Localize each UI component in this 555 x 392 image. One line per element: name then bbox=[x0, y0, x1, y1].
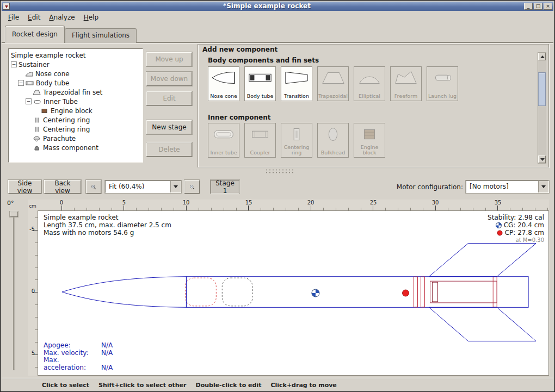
edit-button[interactable]: Edit bbox=[146, 91, 192, 105]
centering-ring-outline[interactable] bbox=[414, 277, 418, 307]
tree-item-centering-ring-1[interactable]: Centering ring bbox=[9, 115, 143, 125]
stage-1-toggle[interactable]: Stage 1 bbox=[211, 180, 239, 194]
inner-tube-icon bbox=[211, 126, 236, 142]
max-acceleration-row: Max. acceleration:N/A bbox=[44, 357, 113, 371]
scrollbar-thumb[interactable] bbox=[538, 72, 546, 106]
horizontal-ruler: 0 5 10 15 20 25 30 35 bbox=[38, 200, 549, 210]
inner-section-label: Inner component bbox=[208, 114, 270, 121]
add-trapezoidal-fin-button[interactable]: Trapezoidal bbox=[317, 66, 349, 101]
menu-help[interactable]: Help bbox=[79, 12, 103, 23]
tree-item-parachute[interactable]: Parachute bbox=[9, 134, 143, 143]
fin-top-outline[interactable] bbox=[429, 244, 536, 277]
add-body-tube-button[interactable]: Body tube bbox=[244, 66, 276, 101]
add-engine-block-button[interactable]: Engine block bbox=[354, 123, 385, 158]
engine-block-outline[interactable] bbox=[432, 282, 437, 302]
motor-configuration-select[interactable]: [No motors] bbox=[466, 181, 549, 193]
add-freeform-fin-button[interactable]: Freeform bbox=[390, 66, 422, 101]
tree-item-engine-block[interactable]: Engine block bbox=[9, 106, 143, 115]
component-scrollbar[interactable] bbox=[538, 52, 546, 164]
add-transition-button[interactable]: Transition bbox=[281, 66, 312, 101]
tree-item-body-tube[interactable]: − Body tube bbox=[9, 78, 143, 88]
add-bulkhead-button[interactable]: Bulkhead bbox=[317, 123, 349, 158]
chevron-down-icon[interactable] bbox=[170, 181, 181, 192]
parachute-outline[interactable] bbox=[185, 278, 216, 306]
mach-label: at M=0.30 bbox=[488, 237, 544, 244]
close-button[interactable]: × bbox=[544, 3, 552, 10]
tab-rocket-design[interactable]: Rocket design bbox=[5, 26, 65, 43]
menu-file[interactable]: File bbox=[4, 12, 23, 23]
inner-tube-outline[interactable] bbox=[430, 281, 497, 303]
engine-block-icon bbox=[40, 108, 48, 114]
freeform-fin-icon bbox=[393, 70, 418, 86]
body-section-label: Body components and fin sets bbox=[208, 57, 319, 64]
add-launch-lug-button[interactable]: Launch lug bbox=[427, 66, 458, 101]
tree-item-nose-cone[interactable]: Nose cone bbox=[9, 69, 143, 78]
nose-cone-outline[interactable] bbox=[62, 277, 187, 308]
rocket-canvas[interactable]: Simple example rocket Length 37.5 cm, ma… bbox=[38, 210, 549, 376]
back-view-button[interactable]: Back view bbox=[44, 180, 81, 194]
centering-ring-outline[interactable] bbox=[421, 277, 425, 307]
menu-analyze[interactable]: Analyze bbox=[45, 12, 79, 23]
menubar: File Edit Analyze Help bbox=[2, 11, 553, 24]
zoom-out-button[interactable] bbox=[184, 180, 200, 194]
new-stage-button[interactable]: New stage bbox=[146, 120, 192, 134]
tabstrip: Rocket design Flight simulations bbox=[2, 24, 553, 43]
vertical-ruler: -5 0 5 bbox=[28, 210, 38, 376]
rotation-slider-handle[interactable] bbox=[10, 211, 18, 217]
bulkhead-icon bbox=[320, 126, 346, 142]
expander-icon[interactable]: − bbox=[11, 61, 17, 67]
zoom-in-button[interactable] bbox=[86, 180, 101, 194]
window-menu-icon[interactable] bbox=[3, 3, 10, 10]
centering-ring-icon bbox=[33, 126, 41, 133]
tree-item-mass-component[interactable]: Mass component bbox=[9, 143, 143, 152]
delete-button[interactable]: Delete bbox=[146, 142, 192, 157]
tree-item-inner-tube[interactable]: − Inner Tube bbox=[9, 97, 143, 106]
add-elliptical-fin-button[interactable]: Elliptical bbox=[354, 66, 385, 101]
nose-cone-icon bbox=[211, 70, 236, 86]
zoom-select[interactable]: Fit (60.4%) bbox=[105, 181, 181, 193]
add-coupler-button[interactable]: Coupler bbox=[244, 123, 276, 158]
zoom-in-icon bbox=[91, 182, 96, 192]
rocket-info: Simple example rocket Length 37.5 cm, ma… bbox=[44, 214, 171, 237]
titlebar[interactable]: *Simple example rocket _ □ × bbox=[2, 2, 553, 11]
chevron-down-icon[interactable] bbox=[538, 181, 548, 192]
motor-configuration-label: Motor configuration: bbox=[385, 183, 463, 191]
tree-item-trapezoidal-fin-set[interactable]: Trapezoidal fin set bbox=[9, 88, 143, 97]
stability-panel: Stability: 2.98 cal CG: 20.4 cm CP: 27.8… bbox=[488, 214, 544, 244]
fin-set-icon bbox=[33, 89, 41, 96]
rotation-slider[interactable] bbox=[13, 213, 15, 370]
cp-marker bbox=[403, 290, 409, 296]
fin-bottom-outline[interactable] bbox=[429, 307, 536, 341]
window-title: *Simple example rocket bbox=[10, 2, 524, 11]
cg-readout: CG: 20.4 cm bbox=[488, 221, 544, 229]
body-component-buttons: Nose cone Body tube Transition Trapezoid… bbox=[208, 66, 458, 101]
tree-item-rocket[interactable]: Simple example rocket bbox=[9, 51, 143, 60]
side-view-button[interactable]: Side view bbox=[8, 180, 41, 194]
rotation-angle-label: 0° bbox=[7, 200, 14, 207]
tree-item-sustainer[interactable]: − Sustainer bbox=[9, 60, 143, 69]
minimize-button[interactable]: _ bbox=[524, 3, 533, 10]
expander-icon[interactable]: − bbox=[18, 80, 24, 86]
elliptical-fin-icon bbox=[357, 70, 382, 86]
tree-item-centering-ring-2[interactable]: Centering ring bbox=[9, 125, 143, 134]
scroll-down-icon[interactable] bbox=[538, 155, 546, 163]
mass-component-icon bbox=[33, 145, 41, 151]
add-nose-cone-button[interactable]: Nose cone bbox=[208, 66, 239, 101]
mass-component-outline[interactable] bbox=[222, 278, 252, 306]
expander-icon[interactable]: − bbox=[26, 98, 32, 104]
menu-edit[interactable]: Edit bbox=[23, 12, 45, 23]
cg-icon bbox=[496, 222, 502, 228]
statusbar: Click to select Shift+click to select ot… bbox=[2, 378, 553, 391]
component-tree[interactable]: Simple example rocket − Sustainer Nose c… bbox=[8, 48, 143, 163]
tab-flight-simulations[interactable]: Flight simulations bbox=[65, 28, 137, 43]
scroll-up-icon[interactable] bbox=[538, 53, 546, 60]
move-up-button[interactable]: Move up bbox=[146, 52, 192, 66]
splitter-handle[interactable] bbox=[265, 169, 295, 174]
add-centering-ring-button[interactable]: Centering ring bbox=[281, 123, 312, 158]
cp-icon bbox=[497, 230, 503, 236]
body-tube-icon bbox=[26, 80, 34, 86]
maximize-button[interactable]: □ bbox=[534, 3, 542, 10]
move-down-button[interactable]: Move down bbox=[146, 72, 192, 86]
centering-ring-icon bbox=[33, 117, 41, 123]
add-inner-tube-button[interactable]: Inner tube bbox=[208, 123, 239, 158]
